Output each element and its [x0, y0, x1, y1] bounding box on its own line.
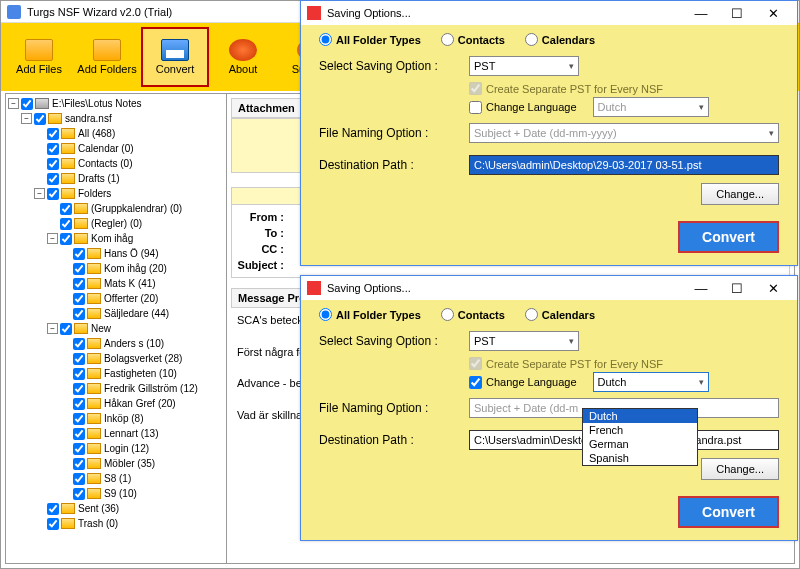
close-button[interactable]: ✕ — [755, 3, 791, 23]
tree-checkbox[interactable] — [60, 233, 72, 245]
tree-item[interactable]: Calendar (0) — [8, 141, 224, 156]
tree-checkbox[interactable] — [73, 248, 85, 260]
tree-item[interactable]: Inköp (8) — [8, 411, 224, 426]
tree-checkbox[interactable] — [73, 443, 85, 455]
tree-item[interactable]: Trash (0) — [8, 516, 224, 531]
tree-checkbox[interactable] — [73, 338, 85, 350]
tree-checkbox[interactable] — [73, 368, 85, 380]
dialog-title-bar[interactable]: Saving Options... — ☐ ✕ — [301, 1, 797, 25]
tree-checkbox[interactable] — [73, 308, 85, 320]
tree-item[interactable]: −Folders — [8, 186, 224, 201]
language-select[interactable]: Dutch▾ — [593, 372, 709, 392]
tree-item[interactable]: Kom ihåg (20) — [8, 261, 224, 276]
minimize-button[interactable]: — — [683, 3, 719, 23]
add-folders-button[interactable]: Add Folders — [73, 27, 141, 87]
saving-format-select[interactable]: PST▾ — [469, 56, 579, 76]
tree-checkbox[interactable] — [47, 128, 59, 140]
tree-checkbox[interactable] — [73, 353, 85, 365]
tree-item[interactable]: Offerter (20) — [8, 291, 224, 306]
tree-item[interactable]: All (468) — [8, 126, 224, 141]
tree-checkbox[interactable] — [73, 278, 85, 290]
tree-item[interactable]: Sent (36) — [8, 501, 224, 516]
tree-item[interactable]: Möbler (35) — [8, 456, 224, 471]
language-dropdown-list[interactable]: Dutch French German Spanish — [582, 408, 698, 466]
maximize-button[interactable]: ☐ — [719, 278, 755, 298]
lang-option-german[interactable]: German — [583, 437, 697, 451]
radio-contacts[interactable]: Contacts — [441, 308, 505, 321]
tree-item[interactable]: Mats K (41) — [8, 276, 224, 291]
tree-item[interactable]: Lennart (13) — [8, 426, 224, 441]
tree-item[interactable]: Drafts (1) — [8, 171, 224, 186]
radio-all-folder-types[interactable]: All Folder Types — [319, 308, 421, 321]
collapse-icon[interactable]: − — [8, 98, 19, 109]
tree-root[interactable]: − E:\Files\Lotus Notes — [8, 96, 224, 111]
lang-option-spanish[interactable]: Spanish — [583, 451, 697, 465]
tree-checkbox[interactable] — [47, 518, 59, 530]
dialog-title-bar[interactable]: Saving Options... — ☐ ✕ — [301, 276, 797, 300]
change-path-button[interactable]: Change... — [701, 183, 779, 205]
tree-nsf[interactable]: − sandra.nsf — [8, 111, 224, 126]
destination-path-input[interactable]: C:\Users\admin\Desktop\29-03-2017 03-51.… — [469, 155, 779, 175]
file-naming-select[interactable]: Subject + Date (dd-mm-yyyy)▾ — [469, 123, 779, 143]
change-language-check[interactable]: Change Language Dutch▾ — [469, 372, 779, 392]
collapse-icon[interactable]: − — [47, 323, 58, 334]
tree-checkbox[interactable] — [47, 173, 59, 185]
lang-option-dutch[interactable]: Dutch — [583, 409, 697, 423]
tree-item[interactable]: (Regler) (0) — [8, 216, 224, 231]
folder-tree[interactable]: − E:\Files\Lotus Notes − sandra.nsf All … — [5, 93, 227, 564]
create-separate-pst-check[interactable]: Create Separate PST for Every NSF — [469, 82, 779, 95]
collapse-icon[interactable]: − — [34, 188, 45, 199]
tree-item[interactable]: Anders s (10) — [8, 336, 224, 351]
maximize-button[interactable]: ☐ — [719, 3, 755, 23]
collapse-icon[interactable]: − — [21, 113, 32, 124]
tree-item[interactable]: Fredrik Gillström (12) — [8, 381, 224, 396]
radio-calendars[interactable]: Calendars — [525, 308, 595, 321]
tree-checkbox[interactable] — [73, 458, 85, 470]
tree-checkbox[interactable] — [73, 473, 85, 485]
tree-checkbox[interactable] — [60, 323, 72, 335]
tree-checkbox[interactable] — [60, 203, 72, 215]
tree-checkbox[interactable] — [73, 398, 85, 410]
tree-checkbox[interactable] — [21, 98, 33, 110]
add-files-button[interactable]: Add Files — [5, 27, 73, 87]
saving-format-select[interactable]: PST▾ — [469, 331, 579, 351]
tree-checkbox[interactable] — [47, 503, 59, 515]
tree-checkbox[interactable] — [47, 158, 59, 170]
tree-item[interactable]: (Gruppkalendrar) (0) — [8, 201, 224, 216]
tree-item[interactable]: −New — [8, 321, 224, 336]
create-separate-pst-check[interactable]: Create Separate PST for Every NSF — [469, 357, 779, 370]
tree-item[interactable]: −Kom ihåg — [8, 231, 224, 246]
language-select[interactable]: Dutch▾ — [593, 97, 709, 117]
tree-checkbox[interactable] — [60, 218, 72, 230]
change-path-button[interactable]: Change... — [701, 458, 779, 480]
tree-checkbox[interactable] — [73, 428, 85, 440]
tree-checkbox[interactable] — [47, 188, 59, 200]
tree-item[interactable]: Håkan Gref (20) — [8, 396, 224, 411]
tree-checkbox[interactable] — [47, 143, 59, 155]
tree-item[interactable]: Hans Ö (94) — [8, 246, 224, 261]
radio-all-folder-types[interactable]: All Folder Types — [319, 33, 421, 46]
tree-checkbox[interactable] — [34, 113, 46, 125]
tree-checkbox[interactable] — [73, 413, 85, 425]
tree-checkbox[interactable] — [73, 293, 85, 305]
about-button[interactable]: About — [209, 27, 277, 87]
tree-item[interactable]: Login (12) — [8, 441, 224, 456]
radio-contacts[interactable]: Contacts — [441, 33, 505, 46]
dialog-convert-button[interactable]: Convert — [678, 221, 779, 253]
tree-checkbox[interactable] — [73, 488, 85, 500]
lang-option-french[interactable]: French — [583, 423, 697, 437]
tree-item[interactable]: Bolagsverket (28) — [8, 351, 224, 366]
minimize-button[interactable]: — — [683, 278, 719, 298]
tree-checkbox[interactable] — [73, 383, 85, 395]
convert-button[interactable]: Convert — [141, 27, 209, 87]
tree-item[interactable]: Fastigheten (10) — [8, 366, 224, 381]
change-language-check[interactable]: Change Language Dutch▾ — [469, 97, 779, 117]
dialog-convert-button[interactable]: Convert — [678, 496, 779, 528]
close-button[interactable]: ✕ — [755, 278, 791, 298]
tree-item[interactable]: S9 (10) — [8, 486, 224, 501]
collapse-icon[interactable]: − — [47, 233, 58, 244]
tree-item[interactable]: Säljledare (44) — [8, 306, 224, 321]
tree-item[interactable]: Contacts (0) — [8, 156, 224, 171]
radio-calendars[interactable]: Calendars — [525, 33, 595, 46]
tree-checkbox[interactable] — [73, 263, 85, 275]
